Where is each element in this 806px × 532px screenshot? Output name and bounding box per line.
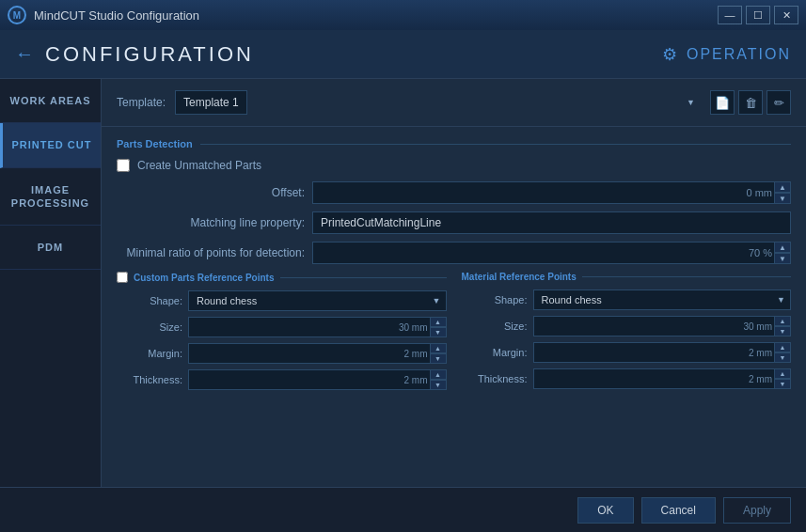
material-reference-title: Material Reference Points bbox=[462, 272, 577, 282]
custom-parts-line bbox=[280, 277, 447, 278]
custom-size-label: Size: bbox=[117, 321, 182, 333]
material-margin-input[interactable] bbox=[533, 342, 792, 363]
template-delete-button[interactable]: 🗑 bbox=[738, 90, 763, 115]
main-layout: WORK AREAS PRINTED CUT IMAGE PROCESSING … bbox=[0, 79, 806, 487]
header-right: ⚙ OPERATION bbox=[662, 44, 791, 65]
create-unmatched-label: Create Unmatched Parts bbox=[137, 159, 261, 172]
material-size-spin: ▲ ▼ bbox=[774, 316, 791, 336]
template-select-wrap: Template 1 Template 2 ▼ bbox=[175, 90, 701, 115]
material-size-input[interactable] bbox=[533, 316, 792, 336]
template-select[interactable]: Template 1 Template 2 bbox=[175, 90, 247, 115]
material-size-label: Size: bbox=[462, 321, 528, 332]
custom-size-input-wrap: 30 mm ▲ ▼ bbox=[188, 317, 447, 337]
parts-detection-title: Parts Detection bbox=[117, 138, 193, 149]
custom-margin-up-button[interactable]: ▲ bbox=[430, 343, 447, 353]
apply-button[interactable]: Apply bbox=[723, 497, 791, 524]
sidebar-item-work-areas[interactable]: WORK AREAS bbox=[0, 79, 101, 123]
template-edit-button[interactable]: ✏ bbox=[766, 90, 791, 115]
close-button[interactable]: ✕ bbox=[774, 6, 798, 24]
material-size-input-wrap: 30 mm ▲ ▼ bbox=[533, 316, 792, 336]
material-margin-label: Margin: bbox=[462, 347, 528, 358]
custom-thickness-input[interactable] bbox=[188, 369, 447, 390]
custom-margin-input[interactable] bbox=[188, 343, 447, 364]
header-left: ← CONFIGURATION bbox=[15, 42, 254, 67]
ok-button[interactable]: OK bbox=[577, 497, 633, 524]
offset-input-wrap: 0 mm ▲ ▼ bbox=[312, 181, 791, 204]
material-margin-spin: ▲ ▼ bbox=[774, 342, 791, 363]
offset-up-button[interactable]: ▲ bbox=[774, 181, 791, 193]
custom-thickness-input-wrap: 2 mm ▲ ▼ bbox=[188, 369, 447, 390]
title-bar-left: M MindCUT Studio Configuration bbox=[8, 6, 199, 24]
matching-line-input[interactable] bbox=[312, 211, 791, 234]
create-unmatched-checkbox[interactable] bbox=[117, 159, 130, 172]
custom-size-spin: ▲ ▼ bbox=[430, 317, 447, 337]
template-row: Template: Template 1 Template 2 ▼ 📄 🗑 ✏ bbox=[102, 79, 806, 127]
footer: OK Cancel Apply bbox=[0, 487, 806, 532]
material-size-down-button[interactable]: ▼ bbox=[774, 326, 791, 336]
material-reference-section: Material Reference Points Shape: Round c… bbox=[462, 272, 792, 396]
material-size-up-button[interactable]: ▲ bbox=[774, 316, 791, 326]
parts-detection-header: Parts Detection bbox=[117, 138, 791, 149]
title-bar: M MindCUT Studio Configuration — ☐ ✕ bbox=[0, 0, 806, 30]
operation-icon: ⚙ bbox=[662, 44, 677, 65]
back-button[interactable]: ← bbox=[15, 43, 34, 65]
custom-thickness-up-button[interactable]: ▲ bbox=[430, 369, 447, 380]
custom-margin-down-button[interactable]: ▼ bbox=[430, 353, 447, 364]
app-header: ← CONFIGURATION ⚙ OPERATION bbox=[0, 30, 806, 79]
maximize-button[interactable]: ☐ bbox=[746, 6, 770, 24]
custom-margin-input-wrap: 2 mm ▲ ▼ bbox=[188, 343, 447, 364]
content-area: Template: Template 1 Template 2 ▼ 📄 🗑 ✏ … bbox=[102, 79, 806, 487]
minimal-ratio-label: Minimal ratio of points for detection: bbox=[117, 246, 305, 259]
offset-input[interactable] bbox=[312, 181, 791, 204]
minimal-ratio-input-wrap: 70 % ▲ ▼ bbox=[312, 242, 791, 264]
create-unmatched-row: Create Unmatched Parts bbox=[117, 159, 791, 172]
cancel-button[interactable]: Cancel bbox=[641, 497, 716, 524]
custom-thickness-row: Thickness: 2 mm ▲ ▼ bbox=[117, 369, 447, 390]
sidebar-item-printed-cut[interactable]: PRINTED CUT bbox=[0, 123, 101, 167]
app-logo-icon: M bbox=[8, 6, 26, 24]
material-margin-down-button[interactable]: ▼ bbox=[774, 352, 791, 363]
material-shape-row: Shape: Round chess Square Circle ▼ bbox=[462, 289, 792, 310]
material-margin-row: Margin: 2 mm ▲ ▼ bbox=[462, 342, 792, 363]
material-thickness-down-button[interactable]: ▼ bbox=[774, 379, 791, 389]
custom-shape-select[interactable]: Round chess Square Circle bbox=[188, 290, 447, 311]
custom-parts-checkbox[interactable] bbox=[117, 272, 128, 283]
matching-line-input-wrap bbox=[312, 211, 791, 234]
minimal-ratio-row: Minimal ratio of points for detection: 7… bbox=[117, 242, 791, 264]
custom-size-input[interactable] bbox=[188, 317, 447, 337]
material-shape-label: Shape: bbox=[462, 294, 528, 305]
minimize-button[interactable]: — bbox=[718, 6, 742, 24]
template-label: Template: bbox=[117, 96, 166, 109]
material-shape-select[interactable]: Round chess Square Circle bbox=[533, 289, 792, 310]
sidebar-item-pdm[interactable]: PDM bbox=[0, 226, 101, 270]
custom-margin-spin: ▲ ▼ bbox=[430, 343, 447, 364]
minimal-ratio-up-button[interactable]: ▲ bbox=[774, 242, 791, 253]
custom-shape-select-wrap: Round chess Square Circle ▼ bbox=[188, 290, 447, 311]
offset-label: Offset: bbox=[117, 186, 305, 199]
operation-label: OPERATION bbox=[687, 46, 791, 63]
material-margin-up-button[interactable]: ▲ bbox=[774, 342, 791, 352]
offset-down-button[interactable]: ▼ bbox=[774, 193, 791, 204]
custom-thickness-down-button[interactable]: ▼ bbox=[430, 380, 447, 390]
sidebar-item-image-processing[interactable]: IMAGE PROCESSING bbox=[0, 168, 101, 227]
template-new-button[interactable]: 📄 bbox=[710, 90, 735, 115]
material-thickness-label: Thickness: bbox=[462, 373, 528, 384]
material-reference-line bbox=[582, 276, 791, 277]
svg-text:M: M bbox=[13, 10, 21, 21]
template-actions: 📄 🗑 ✏ bbox=[710, 90, 791, 115]
material-thickness-input[interactable] bbox=[533, 368, 792, 389]
custom-thickness-label: Thickness: bbox=[117, 374, 182, 385]
matching-line-row: Matching line property: bbox=[117, 211, 791, 234]
custom-size-row: Size: 30 mm ▲ ▼ bbox=[117, 317, 447, 337]
custom-margin-row: Margin: 2 mm ▲ ▼ bbox=[117, 343, 447, 364]
custom-parts-title: Custom Parts Reference Points bbox=[134, 273, 275, 283]
custom-size-up-button[interactable]: ▲ bbox=[430, 317, 447, 327]
config-sections: Parts Detection Create Unmatched Parts O… bbox=[102, 127, 806, 487]
header-title: CONFIGURATION bbox=[45, 42, 254, 67]
material-shape-select-wrap: Round chess Square Circle ▼ bbox=[533, 289, 792, 310]
minimal-ratio-input[interactable] bbox=[312, 242, 791, 264]
material-thickness-up-button[interactable]: ▲ bbox=[774, 368, 791, 379]
custom-size-down-button[interactable]: ▼ bbox=[430, 327, 447, 337]
material-reference-header: Material Reference Points bbox=[462, 272, 792, 282]
minimal-ratio-down-button[interactable]: ▼ bbox=[774, 253, 791, 264]
